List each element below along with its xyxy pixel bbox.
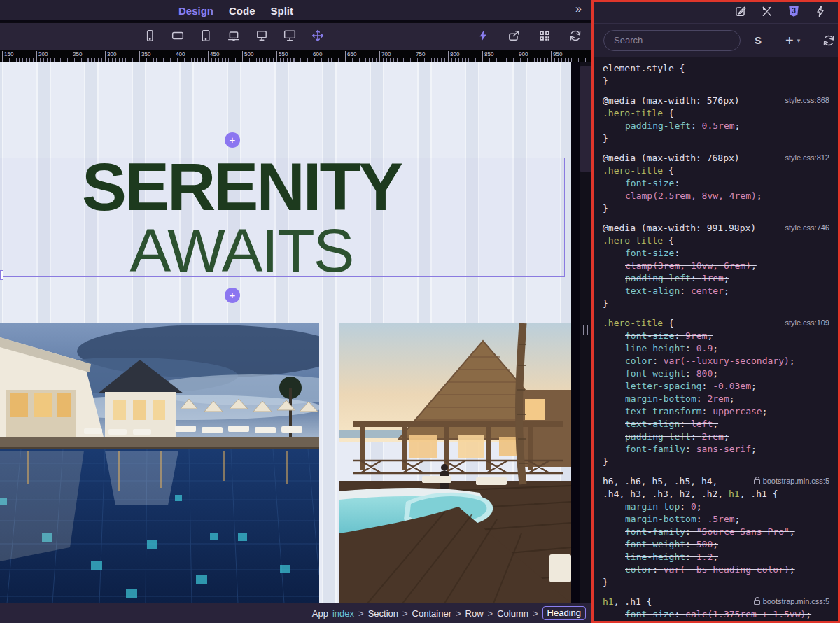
css-rules: element.style {}@media (max-width: 576px… <box>594 57 838 620</box>
css-declaration[interactable]: font-size: <box>603 177 830 190</box>
css-selector-line[interactable]: .h4, h3, .h3, h2, .h2, h1, .h1 { <box>603 488 830 500</box>
css-rule: h6, .h6, h5, .h5, h4,bootstrap.min.css:5… <box>603 475 830 589</box>
editor-area: DesignCodeSplit » 1502002503003504004505… <box>0 0 592 623</box>
css-declaration[interactable]: margin-bottom: .5rem; <box>603 513 830 526</box>
desktop-large-icon[interactable] <box>284 29 296 45</box>
heading-line-1: SERENITY <box>0 153 483 221</box>
css-declaration[interactable]: color: var(--bs-heading-color); <box>603 564 830 576</box>
overflow-chevron-icon[interactable]: » <box>575 3 582 15</box>
css-declaration[interactable]: clamp(2.5rem, 8vw, 4rem); <box>603 190 830 202</box>
breadcrumb-page[interactable]: index <box>332 608 354 619</box>
css-selector-line[interactable]: .hero-title { <box>603 164 830 177</box>
tablet-portrait-icon[interactable] <box>200 29 212 45</box>
device-toolbar <box>144 23 324 50</box>
refresh-styles-icon[interactable] <box>822 34 835 47</box>
rule-source-link[interactable]: style.css:868 <box>785 94 830 106</box>
add-rule-button[interactable]: + <box>785 34 794 47</box>
css-declaration[interactable]: line-height: 1.2; <box>603 551 830 564</box>
refresh-icon[interactable] <box>569 29 582 45</box>
panel-tab-lightning-icon[interactable] <box>814 5 827 20</box>
css-declaration[interactable]: padding-left: 1rem; <box>603 272 830 285</box>
desktop-icon[interactable] <box>255 29 268 45</box>
search-input[interactable] <box>603 30 741 51</box>
breadcrumb-item-column[interactable]: Column <box>497 608 528 619</box>
css-declaration[interactable]: font-weight: 500; <box>603 538 830 551</box>
rule-source-link[interactable]: bootstrap.min.css:5 <box>754 596 830 607</box>
ruler-tick: 500 <box>242 51 253 61</box>
css-rule: @media (max-width: 768px)style.css:812.h… <box>603 152 830 215</box>
device-toolbar-row <box>0 23 592 50</box>
css-rule: @media (max-width: 991.98px)style.css:74… <box>603 222 830 310</box>
phone-landscape-icon[interactable] <box>172 29 184 45</box>
ruler-tick: 150 <box>2 51 13 61</box>
lightning-icon[interactable] <box>477 29 489 45</box>
breadcrumb-item-section[interactable]: Section <box>368 608 398 619</box>
css-declaration[interactable]: font-size: calc(1.375rem + 1.5vw); <box>603 608 830 620</box>
breadcrumb-item-container[interactable]: Container <box>412 608 451 619</box>
ruler-tick: 200 <box>36 51 48 61</box>
css-declaration[interactable]: font-family: "Source Sans Pro"; <box>603 526 830 538</box>
lock-icon <box>754 479 760 484</box>
css-declaration[interactable]: line-height: 0.9; <box>603 342 830 355</box>
css-declaration[interactable]: color: var(--luxury-secondary); <box>603 355 830 368</box>
css-declaration[interactable]: margin-top: 0; <box>603 500 830 513</box>
strikethrough-toggle-icon[interactable]: S <box>755 34 762 46</box>
heading-element[interactable]: SERENITY AWAITS <box>0 153 483 279</box>
css-selector-line[interactable]: .hero-title { <box>603 234 830 247</box>
ruler-tick: 250 <box>71 51 82 61</box>
css-declaration[interactable]: font-family: sans-serif; <box>603 443 830 456</box>
css-selector-line[interactable]: .hero-title { <box>603 107 830 120</box>
css-declaration[interactable]: text-align: left; <box>603 418 830 430</box>
css-declaration[interactable]: padding-left: 0.5rem; <box>603 120 830 132</box>
insert-above-button[interactable]: + <box>225 132 240 148</box>
css-declaration[interactable]: font-size: <box>603 247 830 260</box>
panel-tab-edit-icon[interactable] <box>734 5 747 20</box>
rule-source-link[interactable]: style.css:746 <box>785 222 830 233</box>
css-declaration[interactable]: padding-left: 2rem; <box>603 430 830 443</box>
ruler-tick: 850 <box>482 51 493 61</box>
svg-text:3: 3 <box>792 6 796 15</box>
panel-resize-handle[interactable] <box>583 325 588 335</box>
css-rule: @media (max-width: 576px)style.css:868.h… <box>603 94 830 145</box>
tab-split[interactable]: Split <box>271 5 294 17</box>
css-declaration[interactable]: font-size: 9rem; <box>603 330 830 342</box>
ruler-tick: 700 <box>379 51 391 61</box>
css-declaration[interactable]: clamp(3rem, 10vw, 6rem); <box>603 260 830 272</box>
css-declaration[interactable]: letter-spacing: -0.03em; <box>603 380 830 393</box>
rule-source-link[interactable]: bootstrap.min.css:5 <box>754 475 830 486</box>
vertical-scrollbar-thumb[interactable] <box>580 66 592 172</box>
css-rule: .hero-title {style.css:109font-size: 9re… <box>603 317 830 468</box>
inspector-search-row: S + ▾ <box>594 24 838 57</box>
image-resort-pool-evening[interactable] <box>0 323 319 603</box>
inspector-tab-icons: 3 <box>594 2 838 24</box>
ruler-tick: 650 <box>345 51 356 61</box>
ruler-tick: 750 <box>414 51 425 61</box>
ruler-tick: 600 <box>311 51 322 61</box>
rule-source-link[interactable]: style.css:109 <box>785 317 830 328</box>
view-mode-tabs: DesignCodeSplit <box>178 0 293 22</box>
add-rule-caret-icon[interactable]: ▾ <box>797 37 801 44</box>
tab-design[interactable]: Design <box>178 5 214 17</box>
qr-code-icon[interactable] <box>538 29 551 45</box>
phone-portrait-icon[interactable] <box>144 29 156 45</box>
laptop-icon[interactable] <box>227 29 240 45</box>
css-declaration[interactable]: font-weight: 800; <box>603 368 830 380</box>
panel-tab-design-tools-icon[interactable] <box>761 5 774 20</box>
design-canvas[interactable]: + + SERENITY AWAITS <box>0 62 571 603</box>
selection-handle[interactable] <box>0 270 4 280</box>
breadcrumb-selected-chip[interactable]: Heading <box>542 606 586 620</box>
insert-below-button[interactable]: + <box>225 288 240 303</box>
breadcrumb: Appindex>Section>Container>Row>Column>He… <box>312 606 586 620</box>
image-resort-thatched-sunset[interactable] <box>340 323 571 603</box>
breadcrumb-separator: > <box>488 608 493 619</box>
rule-source-link[interactable]: style.css:812 <box>785 152 830 163</box>
css-declaration[interactable]: margin-bottom: 2rem; <box>603 393 830 405</box>
css-declaration[interactable]: text-transform: uppercase; <box>603 405 830 418</box>
breadcrumb-item-row[interactable]: Row <box>465 608 484 619</box>
panel-tab-css3-icon[interactable]: 3 <box>788 5 800 20</box>
css-declaration[interactable]: text-align: center; <box>603 285 830 298</box>
app-window: DesignCodeSplit » 1502002503003504004505… <box>0 0 840 623</box>
tab-code[interactable]: Code <box>229 5 255 17</box>
share-export-icon[interactable] <box>507 29 520 45</box>
free-resize-icon[interactable] <box>312 29 324 45</box>
